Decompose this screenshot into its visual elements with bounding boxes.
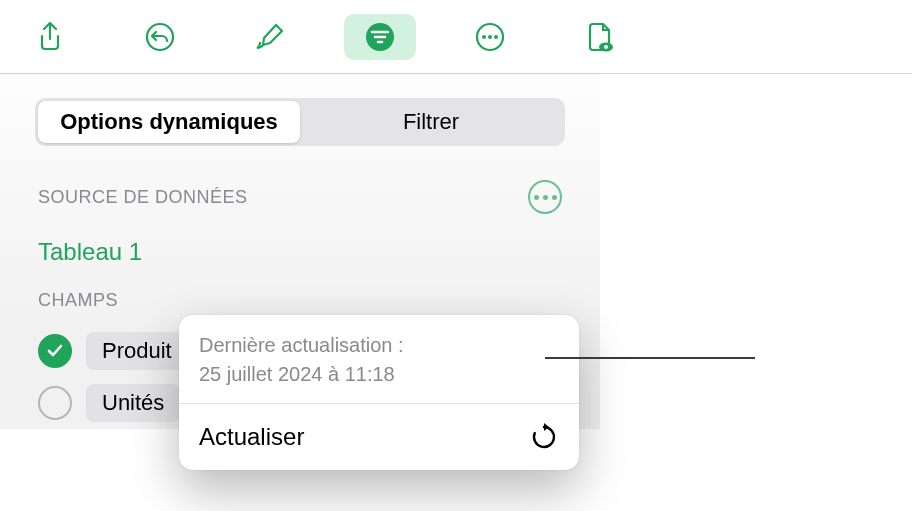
view-button[interactable]	[564, 14, 636, 60]
refresh-popover: Dernière actualisation : 25 juillet 2024…	[179, 315, 579, 470]
filter-icon	[364, 21, 396, 53]
undo-icon	[144, 21, 176, 53]
inspector-panel: Options dynamiques Filtrer SOURCE DE DON…	[0, 74, 600, 429]
refresh-row[interactable]: Actualiser	[179, 403, 579, 470]
last-update-value: 25 juillet 2024 à 11:18	[199, 360, 559, 389]
svg-point-3	[482, 35, 486, 39]
field-label-unites: Unités	[86, 384, 180, 422]
section-data-source: SOURCE DE DONNÉES	[14, 180, 586, 224]
last-update-block: Dernière actualisation : 25 juillet 2024…	[179, 315, 579, 403]
app-root: Options dynamiques Filtrer SOURCE DE DON…	[0, 0, 912, 511]
svg-point-4	[488, 35, 492, 39]
share-icon	[34, 21, 66, 53]
refresh-label: Actualiser	[199, 423, 304, 451]
share-button[interactable]	[14, 14, 86, 60]
segmented-control: Options dynamiques Filtrer	[35, 98, 565, 146]
format-brush-button[interactable]	[234, 14, 306, 60]
field-label-produit: Produit	[86, 332, 188, 370]
toolbar	[0, 0, 912, 74]
undo-button[interactable]	[124, 14, 196, 60]
field-check-unites[interactable]	[38, 386, 72, 420]
data-source-options-button[interactable]	[528, 180, 562, 214]
field-check-produit[interactable]	[38, 334, 72, 368]
tab-filter[interactable]: Filtrer	[300, 101, 562, 143]
data-source-name[interactable]: Tableau 1	[14, 224, 586, 290]
more-button[interactable]	[454, 14, 526, 60]
section-label-data-source: SOURCE DE DONNÉES	[38, 187, 248, 208]
tab-dynamic-options[interactable]: Options dynamiques	[38, 101, 300, 143]
svg-point-5	[494, 35, 498, 39]
check-icon	[46, 342, 64, 360]
doc-eye-icon	[584, 21, 616, 53]
last-update-label: Dernière actualisation :	[199, 331, 559, 360]
more-icon	[474, 21, 506, 53]
callout-line	[545, 357, 755, 359]
refresh-icon	[529, 422, 559, 452]
brush-icon	[254, 21, 286, 53]
organize-button[interactable]	[344, 14, 416, 60]
svg-point-7	[604, 45, 608, 49]
